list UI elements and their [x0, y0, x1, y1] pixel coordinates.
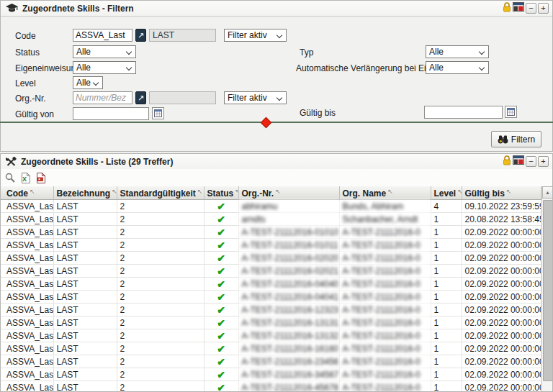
filter-panel-controls: − + — [503, 2, 549, 14]
table-row[interactable]: ASSVA_LastLAST2✔A-TEST-21112016-02021A-T… — [1, 265, 541, 278]
cell-code: ASSVA_Last — [1, 329, 53, 342]
collapse-button[interactable]: − — [526, 3, 536, 14]
cell-code: ASSVA_Last — [1, 304, 53, 316]
table-row[interactable]: ASSVA_LastLAST2✔A-TEST-21112016-12323A-T… — [1, 304, 541, 316]
table-row[interactable]: ASSVA_LastLAST2✔A-TEST-21112016-01011A-T… — [1, 239, 541, 252]
column-header-code[interactable]: Code↖ — [1, 186, 53, 200]
column-header-standardgueltigkeit[interactable]: Standardgültigkeit↖ — [117, 186, 204, 200]
cell-org-nr: A-TEST-21112016-45678 — [238, 381, 339, 392]
cell-status: ✔ — [204, 342, 238, 355]
status-select[interactable]: Alle — [73, 45, 136, 58]
cell-status: ✔ — [204, 239, 238, 252]
column-header-bezeichnung[interactable]: Bezeichnung↖ — [53, 186, 117, 200]
cell-org-name: A-TEST-21112016-0 — [339, 252, 431, 265]
cell-code: ASSVA_Last — [1, 213, 53, 226]
cell-gueltig-bis: 02.09.2022 00:00:00 — [462, 239, 541, 252]
sort-icon: ↖ — [275, 188, 281, 195]
cell-status: ✔ — [204, 355, 238, 368]
column-header-org-name[interactable]: Org. Name↖ — [339, 186, 431, 200]
splitter-handle-icon[interactable] — [261, 117, 272, 129]
table-row[interactable]: ASSVA_LastLAST2✔A-TEST-21112016-34567A-T… — [1, 368, 541, 381]
sort-icon: ↖ — [197, 188, 203, 195]
gueltig-bis-label: Gültig bis — [300, 108, 336, 118]
column-header-gueltig-bis[interactable]: Gültig bis↖ — [462, 186, 541, 200]
cell-code: ASSVA_Last — [1, 265, 53, 278]
auto-verlaengerung-select[interactable]: Alle — [426, 61, 489, 74]
cell-bezeichnung: LAST — [53, 342, 117, 355]
org-nr-lookup-button[interactable]: ↗ — [135, 91, 146, 104]
cell-standardgueltigkeit: 2 — [117, 226, 204, 239]
column-header-org-nr[interactable]: Org.-Nr.↖ — [238, 186, 339, 200]
cell-bezeichnung: LAST — [53, 291, 117, 304]
gueltig-bis-calendar-button[interactable] — [505, 106, 517, 118]
cell-standardgueltigkeit: 2 — [117, 304, 204, 316]
cell-org-nr: A-TEST-21112016-23456 — [238, 355, 339, 368]
excel-export-button[interactable]: X — [19, 172, 31, 184]
skills-table: Code↖ Bezeichnung↖ Standardgültigkeit↖ S… — [1, 186, 541, 391]
cell-org-nr: A-TEST-21112016-16160 — [238, 342, 339, 355]
scroll-up-button[interactable]: ▲ — [542, 186, 553, 199]
eigeneinweisung-label: Eigeneinweisung — [15, 63, 81, 73]
cell-standardgueltigkeit: 2 — [117, 200, 204, 213]
panel-splitter[interactable] — [0, 122, 553, 123]
cell-org-name: A-TEST-21112016-0 — [339, 239, 431, 252]
cell-gueltig-bis: 02.09.2022 00:00:00 — [462, 291, 541, 304]
cell-bezeichnung: LAST — [53, 329, 117, 342]
cell-org-name: A-TEST-21112016-0 — [339, 304, 431, 316]
table-row[interactable]: ASSVA_LastLAST2✔A-TEST-21112016-16160A-T… — [1, 342, 541, 355]
typ-value: Alle — [429, 47, 444, 57]
org-nr-filter-mode-select[interactable]: Filter aktiv — [224, 91, 287, 104]
cell-bezeichnung: LAST — [53, 355, 117, 368]
typ-select[interactable]: Alle — [426, 45, 489, 58]
eigeneinweisung-select[interactable]: Alle — [73, 61, 136, 74]
cell-gueltig-bis: 09.10.2022 23:59:59 — [462, 200, 541, 213]
code-filter-mode-select[interactable]: Filter aktiv — [224, 29, 287, 42]
table-row[interactable]: ASSVA_LastLAST2✔A-TEST-21112016-45678A-T… — [1, 381, 541, 392]
code-lookup-button[interactable]: ↗ — [135, 29, 146, 42]
lookup-arrow-icon: ↗ — [138, 94, 144, 102]
cell-gueltig-bis: 20.08.2022 13:58:45 — [462, 213, 541, 226]
gueltig-von-input[interactable] — [73, 107, 149, 120]
cell-org-name: A-TEST-21112016-0 — [339, 278, 431, 291]
pdf-export-button[interactable] — [35, 172, 46, 184]
scrollbar-thumb[interactable] — [543, 200, 553, 381]
cell-level: 1 — [431, 291, 462, 304]
code-input[interactable] — [73, 29, 132, 42]
table-row[interactable]: ASSVA_LastLAST2✔A-TEST-21112016-13131A-T… — [1, 316, 541, 329]
cell-gueltig-bis: 02.09.2022 00:00:00 — [462, 355, 541, 368]
collapse-button[interactable]: − — [526, 156, 536, 167]
column-header-status[interactable]: Status↖ — [204, 186, 238, 200]
cell-gueltig-bis: 02.09.2022 00:00:00 — [462, 316, 541, 329]
window-icon[interactable] — [513, 155, 524, 168]
status-ok-icon: ✔ — [217, 343, 225, 355]
table-row[interactable]: ASSVA_LastLAST2✔arndtsSchanbacher, Arndt… — [1, 213, 541, 226]
status-ok-icon: ✔ — [217, 201, 225, 212]
expand-button[interactable]: + — [538, 3, 549, 14]
table-row[interactable]: ASSVA_LastLAST2✔A-TEST-21112016-23456A-T… — [1, 355, 541, 368]
table-row[interactable]: ASSVA_LastLAST2✔A-TEST-21112016-01010A-T… — [1, 226, 541, 239]
cell-org-name: Bunds, Abhiram — [339, 200, 431, 213]
binoculars-icon — [498, 135, 508, 144]
gueltig-von-calendar-button[interactable] — [152, 107, 164, 119]
cell-level: 4 — [431, 200, 462, 213]
cell-standardgueltigkeit: 2 — [117, 291, 204, 304]
search-button[interactable] — [4, 172, 16, 183]
cell-code: ASSVA_Last — [1, 316, 53, 329]
column-header-level[interactable]: Level↖ — [431, 186, 462, 200]
cell-gueltig-bis: 02.09.2022 00:00:00 — [462, 329, 541, 342]
cell-org-nr: A-TEST-21112016-02021 — [238, 265, 339, 278]
filtern-button[interactable]: Filtern — [491, 131, 541, 147]
gueltig-bis-input[interactable] — [424, 106, 503, 119]
vertical-scrollbar[interactable]: ▲ — [541, 186, 553, 391]
table-row[interactable]: ASSVA_LastLAST2✔A-TEST-21112016-13132A-T… — [1, 329, 541, 342]
expand-button[interactable]: + — [538, 156, 549, 167]
table-row[interactable]: ASSVA_LastLAST2✔A-TEST-21112016-04041A-T… — [1, 291, 541, 304]
window-icon[interactable] — [513, 2, 524, 14]
table-row[interactable]: ASSVA_LastLAST2✔abhiramuBunds, Abhiram40… — [1, 200, 541, 213]
table-row[interactable]: ASSVA_LastLAST2✔A-TEST-21112016-04040A-T… — [1, 278, 541, 291]
cell-status: ✔ — [204, 213, 238, 226]
cell-org-name: A-TEST-21112016-0 — [339, 368, 431, 381]
table-row[interactable]: ASSVA_LastLAST2✔A-TEST-21112016-02020A-T… — [1, 252, 541, 265]
org-nr-input[interactable] — [73, 91, 132, 104]
level-select[interactable]: Alle — [73, 76, 103, 89]
